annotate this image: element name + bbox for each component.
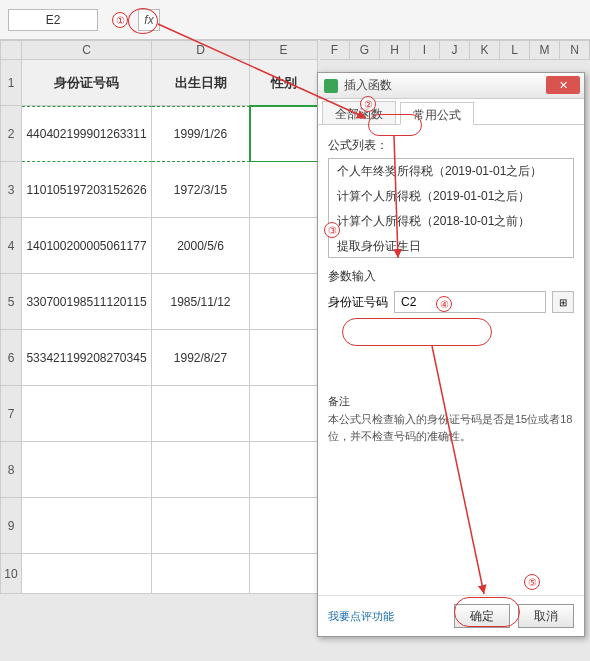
col-header-D[interactable]: D: [152, 40, 250, 60]
cell-gender[interactable]: [250, 274, 318, 330]
col-header-I[interactable]: I: [410, 40, 440, 60]
param-name-label: 身份证号码: [328, 294, 388, 311]
param-input-idnumber[interactable]: C2: [394, 291, 546, 313]
spreadsheet: C D E 1 身份证号码 出生日期 性别 2 4404021999012633…: [0, 40, 320, 594]
annotation-number-3: ③: [324, 222, 340, 238]
row-8: 8: [0, 442, 320, 498]
annotation-number-4: ④: [436, 296, 452, 312]
row-2: 2 440402199901263311 1999/1/26: [0, 106, 320, 162]
cell[interactable]: [22, 554, 152, 594]
col-header-E[interactable]: E: [250, 40, 318, 60]
cell[interactable]: [250, 498, 318, 554]
cell-header-gender[interactable]: 性别: [250, 60, 318, 106]
dialog-icon: [324, 79, 338, 93]
cell-id[interactable]: 440402199901263311: [22, 106, 152, 162]
cell-id[interactable]: 140100200005061177: [22, 218, 152, 274]
row-4: 4 140100200005061177 2000/5/6: [0, 218, 320, 274]
col-header-J[interactable]: J: [440, 40, 470, 60]
cell-id[interactable]: 110105197203152626: [22, 162, 152, 218]
cancel-button[interactable]: 取消: [518, 604, 574, 628]
feedback-link[interactable]: 我要点评功能: [328, 609, 446, 624]
row-7: 7: [0, 386, 320, 442]
dialog-titlebar[interactable]: 插入函数 ✕: [318, 73, 584, 99]
list-item[interactable]: 个人年终奖所得税（2019-01-01之后）: [329, 159, 573, 184]
row-header[interactable]: 1: [0, 60, 22, 106]
col-header-C[interactable]: C: [22, 40, 152, 60]
row-5: 5 330700198511120115 1985/11/12: [0, 274, 320, 330]
annotation-circle-1: [128, 8, 158, 34]
col-header-M[interactable]: M: [530, 40, 560, 60]
row-header[interactable]: 5: [0, 274, 22, 330]
note-body: 本公式只检查输入的身份证号码是否是15位或者18位，并不检查号码的准确性。: [328, 411, 574, 446]
col-header-K[interactable]: K: [470, 40, 500, 60]
cell-dob[interactable]: 1999/1/26: [152, 106, 250, 162]
annotation-number-5: ⑤: [524, 574, 540, 590]
cell[interactable]: [152, 554, 250, 594]
dialog-title-text: 插入函数: [344, 77, 392, 94]
formula-listbox[interactable]: 个人年终奖所得税（2019-01-01之后） 计算个人所得税（2019-01-0…: [328, 158, 574, 258]
cell[interactable]: [152, 386, 250, 442]
row-header[interactable]: 9: [0, 498, 22, 554]
annotation-number-2: ②: [360, 96, 376, 112]
annotation-number-1: ①: [112, 12, 128, 28]
cell-gender[interactable]: [250, 162, 318, 218]
select-all-corner[interactable]: [0, 40, 22, 60]
row-header[interactable]: 6: [0, 330, 22, 386]
cell[interactable]: [250, 442, 318, 498]
cell-id[interactable]: 330700198511120115: [22, 274, 152, 330]
cell-dob[interactable]: 1972/3/15: [152, 162, 250, 218]
note-section: 备注 本公式只检查输入的身份证号码是否是15位或者18位，并不检查号码的准确性。: [328, 393, 574, 446]
cell-id[interactable]: 533421199208270345: [22, 330, 152, 386]
dialog-body: 公式列表： 个人年终奖所得税（2019-01-01之后） 计算个人所得税（201…: [318, 125, 584, 595]
name-box[interactable]: E2: [8, 9, 98, 31]
cell-dob[interactable]: 1985/11/12: [152, 274, 250, 330]
row-header[interactable]: 3: [0, 162, 22, 218]
row-6: 6 533421199208270345 1992/8/27: [0, 330, 320, 386]
annotation-circle-5: [454, 597, 520, 627]
note-title: 备注: [328, 393, 574, 411]
cell-header-id[interactable]: 身份证号码: [22, 60, 152, 106]
row-header[interactable]: 2: [0, 106, 22, 162]
col-header-N[interactable]: N: [560, 40, 590, 60]
cell-gender[interactable]: [250, 330, 318, 386]
col-headers-right: F G H I J K L M N: [320, 40, 590, 60]
row-header[interactable]: 4: [0, 218, 22, 274]
row-1: 1 身份证号码 出生日期 性别: [0, 60, 320, 106]
col-header-G[interactable]: G: [350, 40, 380, 60]
formula-bar: E2 fx: [0, 0, 590, 40]
row-header[interactable]: 8: [0, 442, 22, 498]
cell[interactable]: [22, 386, 152, 442]
cell-dob[interactable]: 1992/8/27: [152, 330, 250, 386]
cell[interactable]: [152, 442, 250, 498]
row-10: 10: [0, 554, 320, 594]
dialog-close-button[interactable]: ✕: [546, 76, 580, 94]
col-header-H[interactable]: H: [380, 40, 410, 60]
dialog-footer: 我要点评功能 确定 取消: [318, 595, 584, 636]
col-header-L[interactable]: L: [500, 40, 530, 60]
annotation-circle-2: [368, 114, 422, 136]
row-9: 9: [0, 498, 320, 554]
insert-function-dialog: 插入函数 ✕ 全部函数 常用公式 公式列表： 个人年终奖所得税（2019-01-…: [317, 72, 585, 637]
cell[interactable]: [22, 498, 152, 554]
cell-dob[interactable]: 2000/5/6: [152, 218, 250, 274]
list-item[interactable]: 计算个人所得税（2019-01-01之后）: [329, 184, 573, 209]
range-picker-button[interactable]: ⊞: [552, 291, 574, 313]
cell-gender-selected[interactable]: [250, 106, 318, 162]
cell[interactable]: [250, 386, 318, 442]
cell[interactable]: [250, 554, 318, 594]
cell[interactable]: [152, 498, 250, 554]
formula-list-label: 公式列表：: [328, 137, 574, 154]
cell[interactable]: [22, 442, 152, 498]
col-header-F[interactable]: F: [320, 40, 350, 60]
cell-header-dob[interactable]: 出生日期: [152, 60, 250, 106]
dialog-tabs: 全部函数 常用公式: [318, 99, 584, 125]
row-header[interactable]: 10: [0, 554, 22, 594]
param-section-label: 参数输入: [328, 268, 574, 285]
row-header[interactable]: 7: [0, 386, 22, 442]
cell-gender[interactable]: [250, 218, 318, 274]
list-item[interactable]: 提取身份证生日: [329, 234, 573, 258]
row-3: 3 110105197203152626 1972/3/15: [0, 162, 320, 218]
annotation-circle-4: [342, 318, 492, 346]
col-headers: C D E: [0, 40, 320, 60]
list-item[interactable]: 计算个人所得税（2018-10-01之前）: [329, 209, 573, 234]
